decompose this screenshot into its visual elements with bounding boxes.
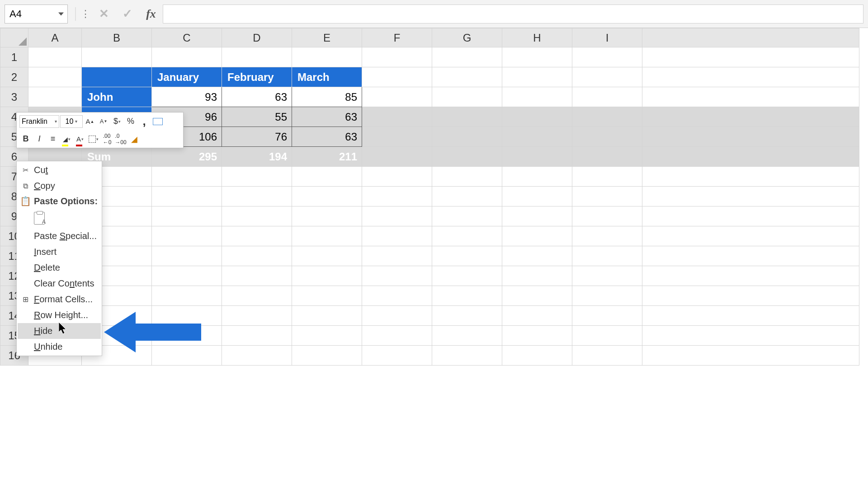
cell[interactable]: 63 [222, 87, 292, 107]
sum-cell[interactable]: 211 [292, 147, 362, 167]
chevron-down-icon: ▾ [55, 119, 57, 124]
font-size-select[interactable]: 10▾ [60, 115, 83, 128]
drag-handle-icon: ⋮ [79, 8, 92, 20]
format-painter-button[interactable]: ◢ [128, 133, 141, 145]
merge-center-button[interactable] [151, 115, 164, 128]
name-box-value: A4 [9, 8, 22, 20]
mini-format-toolbar: Franklin▾ 10▾ A▲ A▼ $▾ % , B I ≡ ◢▾ A▾ ▾… [16, 112, 184, 148]
increase-font-button[interactable]: A▲ [84, 115, 96, 128]
copy-icon: ⧉ [20, 181, 30, 191]
decrease-font-button[interactable]: A▼ [97, 115, 110, 128]
clipboard-icon: 📋 [20, 196, 30, 206]
svg-marker-1 [59, 322, 66, 334]
fill-color-button[interactable]: ◢▾ [60, 133, 73, 145]
formula-cancel-button[interactable]: ✕ [92, 5, 116, 23]
menu-delete[interactable]: Delete [18, 260, 101, 276]
menu-insert[interactable]: Insert [18, 244, 101, 260]
menu-cut[interactable]: ✂ Cut [18, 162, 101, 178]
menu-clear-contents[interactable]: Clear Contents [18, 276, 101, 291]
column-header-D[interactable]: D [222, 28, 292, 47]
column-header-F[interactable]: F [362, 28, 432, 47]
currency-format-button[interactable]: $▾ [111, 115, 123, 128]
menu-unhide[interactable]: Unhide [18, 339, 101, 355]
formula-bar: A4 ⋮ ✕ ✓ fx [0, 0, 868, 28]
merge-icon [153, 118, 163, 125]
scissors-icon: ✂ [20, 165, 30, 175]
row-header-2[interactable]: 2 [0, 67, 28, 87]
paste-options-label: 📋 Paste Options: [18, 194, 101, 208]
sum-cell[interactable]: 194 [222, 147, 292, 167]
row-header-3[interactable]: 3 [0, 87, 28, 107]
menu-paste-special[interactable]: Paste Special... [18, 228, 101, 244]
menu-copy[interactable]: ⧉ Copy [18, 178, 101, 194]
increase-decimal-button[interactable]: .00←0 [101, 133, 113, 145]
font-name-select[interactable]: Franklin▾ [19, 115, 59, 128]
column-header-E[interactable]: E [292, 28, 362, 47]
separator [75, 7, 76, 21]
sum-cell[interactable]: 295 [152, 147, 222, 167]
row-name-john[interactable]: John [82, 87, 152, 107]
menu-row-height[interactable]: Row Height... [18, 307, 101, 323]
comma-format-button[interactable]: , [138, 115, 151, 128]
decrease-decimal-button[interactable]: .0→00 [114, 133, 127, 145]
percent-format-button[interactable]: % [124, 115, 137, 128]
paste-icon [34, 212, 45, 225]
name-box[interactable]: A4 [5, 5, 68, 23]
cell[interactable]: 93 [152, 87, 222, 107]
annotation-arrow [104, 312, 201, 352]
column-header-H[interactable]: H [502, 28, 572, 47]
name-box-dropdown-icon[interactable] [58, 12, 64, 15]
italic-button[interactable]: I [33, 133, 46, 145]
bold-button[interactable]: B [19, 133, 32, 145]
table-header-blank[interactable] [82, 67, 152, 87]
cell[interactable]: 63 [292, 107, 362, 127]
column-header-C[interactable]: C [152, 28, 222, 47]
table-header-march[interactable]: March [292, 67, 362, 87]
formula-input[interactable] [163, 5, 863, 23]
font-color-button[interactable]: A▾ [74, 133, 86, 145]
mouse-cursor-icon [59, 322, 68, 335]
paste-option-default[interactable] [18, 208, 101, 228]
align-button[interactable]: ≡ [47, 133, 59, 145]
cell[interactable]: 76 [222, 127, 292, 147]
svg-marker-0 [104, 312, 201, 352]
cell[interactable]: 85 [292, 87, 362, 107]
column-header-overflow [642, 28, 859, 47]
column-header-I[interactable]: I [572, 28, 642, 47]
insert-function-button[interactable]: fx [139, 5, 163, 23]
menu-format-cells[interactable]: ⊞ Format Cells... [18, 291, 101, 307]
cell[interactable]: 63 [292, 127, 362, 147]
formula-confirm-button[interactable]: ✓ [116, 5, 139, 23]
column-header-G[interactable]: G [432, 28, 502, 47]
borders-button[interactable]: ▾ [87, 133, 100, 145]
chevron-down-icon: ▾ [75, 119, 77, 124]
table-header-january[interactable]: January [152, 67, 222, 87]
format-cells-icon: ⊞ [20, 295, 30, 305]
column-header-A[interactable]: A [28, 28, 82, 47]
row-header-1[interactable]: 1 [0, 47, 28, 67]
select-all-corner[interactable] [0, 28, 28, 47]
column-header-B[interactable]: B [82, 28, 152, 47]
cell[interactable]: 55 [222, 107, 292, 127]
table-header-february[interactable]: February [222, 67, 292, 87]
